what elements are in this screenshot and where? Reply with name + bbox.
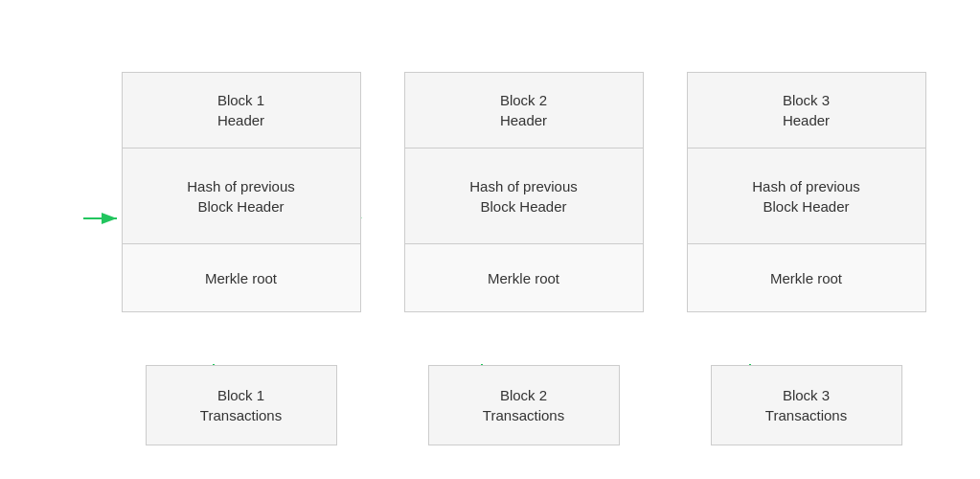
block1-hash: Hash of previousBlock Header xyxy=(123,148,360,244)
block1-transactions: Block 1Transactions xyxy=(146,365,337,445)
block2-container: Block 2Header Hash of previousBlock Head… xyxy=(404,72,644,312)
blockchain-diagram: Block 1Header Hash of previousBlock Head… xyxy=(55,34,926,445)
block2-hash: Hash of previousBlock Header xyxy=(405,148,643,244)
block1-wrapper: Block 1Header Hash of previousBlock Head… xyxy=(122,72,361,445)
block1-merkle: Merkle root xyxy=(123,244,360,311)
block3-hash: Hash of previousBlock Header xyxy=(688,148,925,244)
block3-merkle: Merkle root xyxy=(688,244,925,311)
block3-header: Block 3Header xyxy=(688,73,925,148)
block1-header: Block 1Header xyxy=(123,73,360,148)
block2-wrapper: Block 2Header Hash of previousBlock Head… xyxy=(404,72,644,445)
block3-container: Block 3Header Hash of previousBlock Head… xyxy=(687,72,926,312)
block2-header: Block 2Header xyxy=(405,73,643,148)
block3-wrapper: Block 3Header Hash of previousBlock Head… xyxy=(687,72,926,445)
block3-transactions: Block 3Transactions xyxy=(711,365,902,445)
block1-container: Block 1Header Hash of previousBlock Head… xyxy=(122,72,361,312)
block2-merkle: Merkle root xyxy=(405,244,643,311)
block2-transactions: Block 2Transactions xyxy=(428,365,620,445)
